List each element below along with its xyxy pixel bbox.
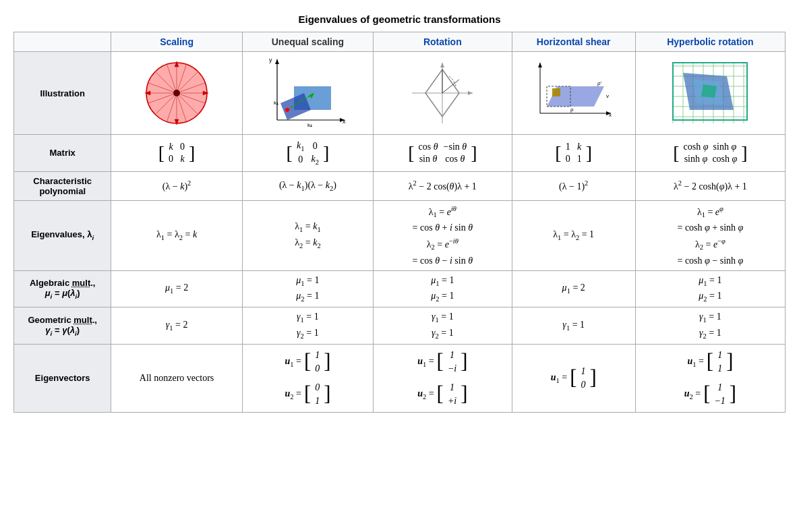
cell-unequal-illus: x y k₁ k₂ [242,52,373,135]
svg-text:v: v [606,93,609,99]
cell-hshear-algmult: μ1 = 2 [512,270,635,307]
page-title: Eigenvalues of geometric transformations [13,13,786,25]
row-header-algmult: Algebraic mult., μi = μ(λi) [14,270,111,307]
svg-text:k₁: k₁ [274,100,278,106]
row-header-eigenvalues: Eigenvalues, λi [14,200,111,270]
cell-scaling-eigenvectors: All nonzero vectors [111,344,242,412]
cell-unequal-charpoly: (λ − k1)(λ − k2) [242,171,373,200]
col-header-scaling: Scaling [111,32,242,52]
cell-hyperbolic-geomult: γ1 = 1 γ2 = 1 [635,307,785,345]
cell-unequal-eigenvectors: u1 = [ 1 0 ] u2 = [242,344,373,412]
svg-rect-50 [552,88,560,96]
cell-unequal-geomult: γ1 = 1 γ2 = 1 [242,307,373,345]
row-header-geomult: Geometric mult., γi = γ(λi) [14,307,111,345]
cell-unequal-matrix: [ k1 0 0 k2 ] [242,135,373,172]
cell-hyperbolic-algmult: μ1 = 1 μ2 = 1 [635,270,785,307]
cell-scaling-algmult: μ1 = 2 [111,270,242,307]
svg-text:y: y [269,57,272,63]
cell-hshear-matrix: [ 1 k 0 1 ] [512,135,635,172]
svg-marker-46 [538,63,542,67]
svg-marker-38 [468,91,473,95]
cell-hyperbolic-matrix: [ cosh φ sinh φ sinh φ cosh φ ] [635,135,785,172]
page-wrapper: Eigenvalues of geometric transformations… [13,13,786,413]
cell-scaling-matrix: [ k 0 0 k ] [111,135,242,172]
cell-scaling-eigenvalues: λ1 = λ2 = k [111,200,242,270]
cell-rotation-geomult: γ1 = 1 γ2 = 1 [374,307,512,345]
svg-text:x: x [343,118,346,125]
cell-scaling-charpoly: (λ − k)2 [111,171,242,200]
svg-text:ρ: ρ [570,107,574,113]
svg-marker-26 [275,59,279,64]
row-header-charpoly: Characteristic polynomial [14,171,111,200]
cell-hyperbolic-charpoly: λ2 − 2 cosh(φ)λ + 1 [635,171,785,200]
cell-hshear-geomult: γ1 = 1 [512,307,635,345]
svg-text:k₂: k₂ [307,122,312,128]
col-header-rotation: Rotation [374,32,512,52]
row-header-matrix: Matrix [14,135,111,172]
col-header-empty [14,32,111,52]
cell-scaling-illus [111,52,242,135]
col-header-hshear: Horizontal shear [512,32,635,52]
cell-rotation-matrix: [ cos θ −sin θ sin θ cos θ ] [374,135,512,172]
cell-unequal-algmult: μ1 = 1 μ2 = 1 [242,270,373,307]
row-header-eigenvectors: Eigenvectors [14,344,111,412]
cell-unequal-eigenvalues: λ1 = k1 λ2 = k2 [242,200,373,270]
cell-hshear-eigenvectors: u1 = [ 1 0 ] [512,344,635,412]
col-header-unequal: Unequal scaling [242,32,373,52]
cell-hshear-charpoly: (λ − 1)2 [512,171,635,200]
svg-marker-39 [440,63,444,67]
cell-hyperbolic-eigenvectors: u1 = [ 1 1 ] u2 = [635,344,785,412]
cell-hshear-illus: x ρ ρ' v [512,52,635,135]
cell-rotation-illus [374,52,512,135]
cell-hyperbolic-illus [635,52,785,135]
cell-rotation-eigenvalues: λ1 = eiθ = cos θ + i sin θ λ2 = e−iθ = c… [374,200,512,270]
svg-point-33 [285,108,289,112]
cell-rotation-charpoly: λ2 − 2 cos(θ)λ + 1 [374,171,512,200]
svg-text:ρ': ρ' [597,80,602,86]
cell-scaling-geomult: γ1 = 2 [111,307,242,345]
cell-hyperbolic-eigenvalues: λ1 = eφ = cosh φ + sinh φ λ2 = e−φ = cos… [635,200,785,270]
col-header-hyperbolic: Hyperbolic rotation [635,32,785,52]
svg-marker-71 [701,84,717,98]
svg-text:x: x [609,112,612,118]
cell-hshear-eigenvalues: λ1 = λ2 = 1 [512,200,635,270]
main-table: Scaling Unequal scaling Rotation Horizon… [13,32,786,413]
svg-point-18 [173,90,180,96]
cell-rotation-eigenvectors: u1 = [ 1 −i ] u2 = [374,344,512,412]
cell-rotation-algmult: μ1 = 1 μ2 = 1 [374,270,512,307]
row-header-illustration: Illustration [14,52,111,135]
